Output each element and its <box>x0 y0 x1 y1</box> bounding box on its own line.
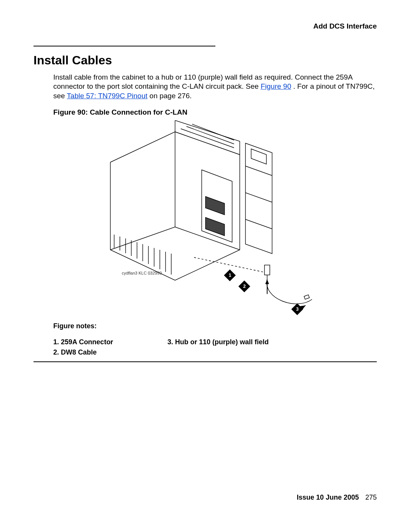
svg-rect-27 <box>304 295 309 299</box>
cabinet-illustration <box>99 120 312 318</box>
footer-page-number: 275 <box>365 494 377 501</box>
header-rule <box>33 46 215 46</box>
figure-caption: Figure 90: Cable Connection for C-LAN <box>53 108 377 117</box>
figure-notes-left: 1. 259A Connector 2. DW8 Cable <box>53 337 167 358</box>
svg-marker-19 <box>245 143 272 254</box>
page-footer: Issue 10 June 2005 275 <box>297 494 377 502</box>
figure-link[interactable]: Figure 90 <box>261 82 291 90</box>
figure-note-3: 3. Hub or 110 (purple) wall field <box>167 337 377 347</box>
footer-issue: Issue 10 June 2005 <box>297 494 359 501</box>
svg-rect-25 <box>264 265 270 275</box>
para-text-c: on page 276. <box>150 92 192 100</box>
section-title: Install Cables <box>33 53 377 67</box>
figure-notes-columns: 1. 259A Connector 2. DW8 Cable 3. Hub or… <box>53 337 377 358</box>
table-link[interactable]: Table 57: TN799C Pinout <box>67 92 148 100</box>
figure-note-1: 1. 259A Connector <box>53 337 167 347</box>
intro-paragraph: Install cable from the cabinet to a hub … <box>53 73 377 101</box>
svg-marker-29 <box>265 280 269 284</box>
figure-image-credit: cydflan3 KLC 032999 <box>122 271 162 275</box>
figure-notes-label: Figure notes: <box>53 322 377 330</box>
figure-area: cydflan3 KLC 032999 1 2 3 <box>53 120 377 318</box>
footer-rule <box>33 361 377 362</box>
figure-notes-right: 3. Hub or 110 (purple) wall field <box>167 337 377 358</box>
header-section-label: Add DCS Interface <box>33 22 377 30</box>
figure-note-2: 2. DW8 Cable <box>53 347 167 358</box>
